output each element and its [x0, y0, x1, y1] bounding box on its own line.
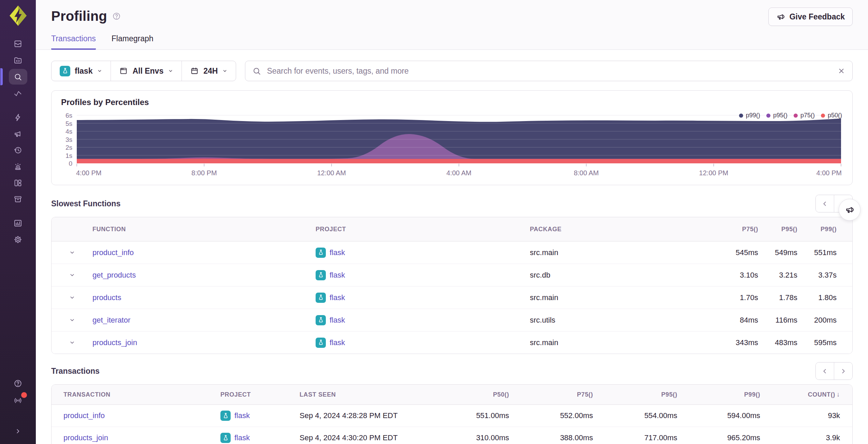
sentry-logo[interactable] [8, 5, 28, 28]
column-header-p99[interactable]: P99() [677, 391, 760, 398]
legend-item-p95[interactable]: p95() [766, 112, 787, 119]
legend-label: p50() [828, 112, 842, 119]
column-header-project[interactable]: PROJECT [220, 391, 300, 398]
column-header-package[interactable]: PACKAGE [530, 226, 707, 233]
project-cell: flask [316, 315, 530, 325]
next-page-button[interactable] [834, 362, 852, 380]
row-expander-chevron-down-icon[interactable] [52, 339, 92, 346]
chevron-down-icon [222, 68, 228, 74]
sidebar-issues-icon[interactable] [11, 36, 26, 51]
count-cell: 93k [760, 411, 840, 420]
function-link[interactable]: get_iterator [92, 316, 130, 324]
row-expander-chevron-down-icon[interactable] [52, 249, 92, 256]
column-header-lastseen[interactable]: LAST SEEN [300, 391, 441, 398]
column-header-p50[interactable]: P50() [441, 391, 509, 398]
project-link[interactable]: flask [330, 338, 345, 347]
project-link[interactable]: flask [330, 293, 345, 302]
p99-cell: 1.80s [797, 293, 837, 302]
svg-text:4s: 4s [66, 128, 72, 135]
project-link[interactable]: flask [330, 316, 345, 325]
sidebar-broadcast-icon[interactable] [11, 393, 26, 408]
function-link[interactable]: get_products [92, 271, 136, 279]
svg-text:4:00 AM: 4:00 AM [446, 169, 471, 177]
column-header-count[interactable]: COUNT()↓ [760, 391, 840, 398]
p95-cell: 483ms [758, 338, 797, 347]
p75-cell: 545ms [707, 248, 758, 257]
transaction-link[interactable]: products_join [63, 433, 108, 442]
transaction-link[interactable]: product_info [63, 411, 105, 420]
tab-transactions[interactable]: Transactions [51, 34, 96, 50]
package-cell: src.main [530, 248, 707, 257]
tab-flamegraph[interactable]: Flamegraph [112, 34, 154, 50]
flask-project-icon [316, 270, 326, 280]
column-header-p99[interactable]: P99() [797, 226, 837, 233]
sidebar-explore-search-icon[interactable] [9, 69, 27, 85]
sidebar-dashboards-icon[interactable] [11, 175, 26, 190]
row-expander-chevron-down-icon[interactable] [52, 294, 92, 301]
page-title: Profiling [51, 9, 107, 24]
function-link[interactable]: product_info [92, 248, 134, 257]
p75-cell: 1.70s [707, 293, 758, 302]
table-row: product_infoflasksrc.main545ms549ms551ms [52, 241, 852, 264]
previous-page-button[interactable] [816, 362, 834, 380]
give-feedback-button[interactable]: Give Feedback [768, 8, 853, 26]
svg-text:4:00 PM: 4:00 PM [76, 169, 101, 177]
date-range-filter[interactable]: 24H [182, 61, 236, 81]
row-expander-chevron-down-icon[interactable] [52, 317, 92, 323]
column-header-p95[interactable]: P95() [593, 391, 677, 398]
sidebar-releases-icon[interactable] [11, 192, 26, 207]
legend-item-p50[interactable]: p50() [821, 112, 842, 119]
search-input[interactable] [266, 66, 833, 76]
p95-cell: 116ms [758, 316, 797, 325]
project-filter[interactable]: flask [52, 61, 111, 81]
function-cell: product_info [92, 248, 316, 257]
chevron-down-icon [97, 68, 102, 74]
column-header-p75[interactable]: P75() [509, 391, 593, 398]
sidebar-settings-icon[interactable] [11, 232, 26, 247]
column-header-p75[interactable]: P75() [707, 226, 758, 233]
clear-search-icon[interactable] [837, 67, 845, 75]
sidebar-alerts-icon[interactable] [11, 159, 26, 174]
megaphone-icon [776, 12, 785, 21]
function-cell: get_iterator [92, 316, 316, 325]
svg-text:12:00 PM: 12:00 PM [699, 169, 728, 177]
environment-filter[interactable]: All Envs [111, 61, 182, 81]
previous-page-button[interactable] [816, 195, 834, 212]
project-link[interactable]: flask [234, 411, 250, 420]
legend-item-p99[interactable]: p99() [739, 112, 760, 119]
function-link[interactable]: products [92, 293, 121, 302]
transaction-cell: products_join [63, 433, 220, 442]
p95-cell: 549ms [758, 248, 797, 257]
chart-title: Profiles by Percentiles [61, 98, 843, 107]
slowest-functions-title: Slowest Functions [51, 199, 120, 208]
sidebar-history-icon[interactable] [11, 143, 26, 158]
row-expander-chevron-down-icon[interactable] [52, 272, 92, 278]
column-header-project[interactable]: PROJECT [316, 226, 530, 233]
column-header-transaction[interactable]: TRANSACTION [63, 391, 220, 398]
table-row: products_joinflaskSep 4, 2024 4:30:20 PM… [52, 427, 852, 444]
project-link[interactable]: flask [330, 248, 345, 257]
project-link[interactable]: flask [330, 271, 345, 280]
p99-cell: 595ms [797, 338, 837, 347]
floating-feedback-button[interactable] [839, 199, 860, 221]
sidebar-whats-new-icon[interactable] [11, 126, 26, 141]
sidebar-help-icon[interactable] [11, 376, 26, 391]
sidebar-collapse-icon[interactable] [11, 424, 26, 439]
sidebar-traces-icon[interactable] [11, 86, 26, 101]
sidebar-quick-start-icon[interactable] [11, 110, 26, 125]
table-row: productsflasksrc.main1.70s1.78s1.80s [52, 286, 852, 309]
sidebar-stats-icon[interactable] [11, 216, 26, 231]
p75-cell: 388.00ms [509, 433, 593, 442]
project-link[interactable]: flask [234, 433, 250, 442]
search-icon [252, 66, 261, 76]
table-row: product_infoflaskSep 4, 2024 4:28:28 PM … [52, 405, 852, 427]
table-row: get_iteratorflasksrc.utils84ms116ms200ms [52, 309, 852, 331]
function-link[interactable]: products_join [92, 338, 137, 347]
column-header-function[interactable]: FUNCTION [92, 226, 316, 233]
sidebar-projects-icon[interactable] [11, 53, 26, 68]
svg-text:12:00 AM: 12:00 AM [317, 169, 346, 177]
flask-project-icon [60, 66, 70, 76]
page-help-icon[interactable] [112, 12, 121, 21]
legend-item-p75[interactable]: p75() [794, 112, 815, 119]
column-header-p95[interactable]: P95() [758, 226, 797, 233]
